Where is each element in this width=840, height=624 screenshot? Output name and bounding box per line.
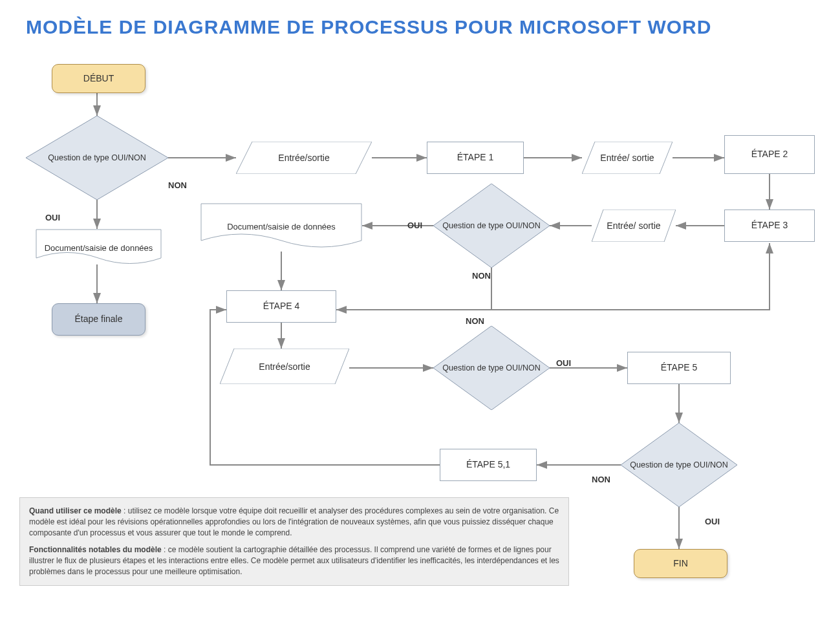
label-oui-1: OUI [45, 213, 60, 222]
label-non-4: NON [592, 475, 610, 484]
decision-q3-text: Question de type OUI/NON [442, 363, 540, 373]
io-3: Entrée/ sortie [592, 210, 676, 242]
label-oui-2: OUI [407, 221, 422, 230]
label-non-2a: NON [472, 271, 491, 281]
decision-q3: Question de type OUI/NON [433, 326, 550, 410]
io-1: Entrée/sortie [236, 142, 372, 174]
step-5-1: ÉTAPE 5,1 [440, 449, 537, 481]
start-node: DÉBUT [52, 64, 145, 93]
info-p1-label: Quand utiliser ce modèle [29, 506, 122, 515]
step-1: ÉTAPE 1 [427, 142, 524, 174]
label-non-2b: NON [466, 316, 484, 326]
info-p2-label: Fonctionnalités notables du modèle [29, 545, 162, 554]
io-4-text: Entrée/sortie [259, 361, 310, 372]
io-2-text: Entrée/ sortie [600, 153, 654, 163]
decision-q4-text: Question de type OUI/NON [630, 460, 727, 470]
step-2: ÉTAPE 2 [724, 135, 815, 174]
page-title: MODÈLE DE DIAGRAMME DE PROCESSUS POUR MI… [26, 16, 821, 38]
io-4: Entrée/sortie [220, 349, 349, 384]
decision-q1: Question de type OUI/NON [26, 116, 168, 200]
decision-q2: Question de type OUI/NON [433, 184, 550, 268]
step-5: ÉTAPE 5 [627, 352, 731, 384]
diagram-canvas: DÉBUT Question de type OUI/NON OUI NON E… [19, 51, 821, 575]
document-2: Document/saisie de données [200, 203, 362, 252]
document-1-text: Document/saisie de données [38, 243, 160, 254]
info-box: Quand utiliser ce modèle : utilisez ce m… [19, 497, 569, 586]
decision-q1-text: Question de type OUI/NON [48, 153, 145, 163]
step-3: ÉTAPE 3 [724, 210, 815, 242]
step-4: ÉTAPE 4 [226, 290, 336, 323]
document-2-text: Document/saisie de données [221, 222, 342, 233]
label-oui-3: OUI [556, 358, 571, 368]
io-2: Entrée/ sortie [582, 142, 673, 174]
io-1-text: Entrée/sortie [278, 153, 329, 163]
decision-q2-text: Question de type OUI/NON [442, 221, 540, 231]
label-oui-4: OUI [705, 517, 720, 526]
document-1: Document/saisie de données [36, 229, 162, 268]
decision-q4: Question de type OUI/NON [621, 423, 737, 507]
end-node: FIN [634, 549, 727, 578]
final-step-node: Étape finale [52, 303, 145, 336]
io-3-text: Entrée/ sortie [607, 221, 660, 231]
label-non-1: NON [168, 180, 187, 190]
